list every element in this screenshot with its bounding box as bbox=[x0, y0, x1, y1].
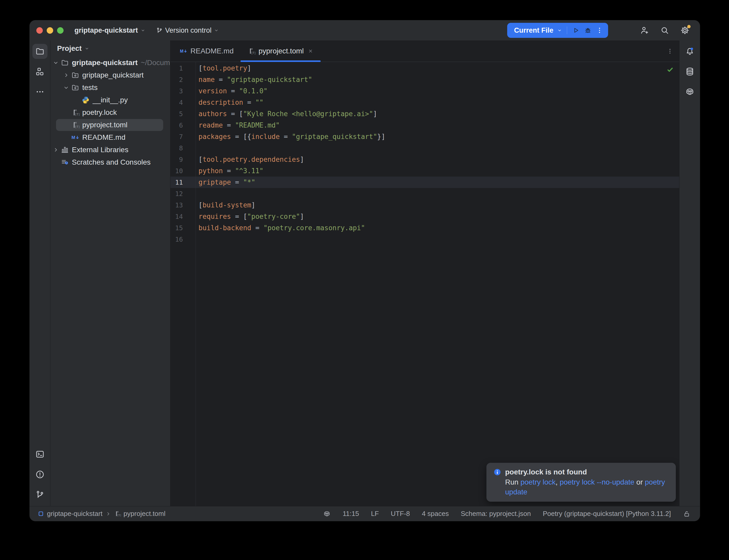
markdown-icon: M bbox=[179, 47, 187, 55]
project-switcher[interactable]: griptape-quickstart bbox=[74, 26, 145, 34]
interpreter[interactable]: Poetry (griptape-quickstart) [Python 3.1… bbox=[543, 510, 671, 518]
tree-item-readme-md[interactable]: M README.md bbox=[50, 131, 170, 144]
tree-item-scratches-and-consoles[interactable]: Scratches and Consoles bbox=[50, 156, 170, 169]
code-line-3[interactable]: 3 version = "0.1.0" bbox=[170, 85, 679, 97]
chevron-down-icon[interactable] bbox=[52, 59, 60, 66]
ai-assistant-button[interactable] bbox=[682, 84, 697, 99]
editor[interactable]: 1 [tool.poetry] 2 name = "griptape-quick… bbox=[170, 62, 679, 506]
chevron-right-icon[interactable] bbox=[62, 72, 70, 79]
run-button[interactable] bbox=[572, 26, 580, 34]
notification-link-poetry-lock-no-update[interactable]: poetry lock --no-update bbox=[560, 478, 634, 486]
settings-button[interactable] bbox=[679, 25, 691, 36]
file-encoding[interactable]: UTF-8 bbox=[391, 510, 410, 518]
close-tab-button[interactable] bbox=[307, 48, 314, 54]
code-line-10[interactable]: 10 python = "^3.11" bbox=[170, 165, 679, 177]
code-line-5[interactable]: 5 authors = ["Kyle Roche <hello@griptape… bbox=[170, 108, 679, 120]
notifications-button[interactable] bbox=[682, 44, 697, 59]
structure-tool-button[interactable] bbox=[32, 64, 47, 79]
search-icon bbox=[660, 25, 670, 35]
code-token: = bbox=[231, 133, 243, 141]
folder-src-icon bbox=[70, 83, 80, 92]
chevron-right-icon bbox=[105, 511, 111, 517]
code-line-15[interactable]: 15 build-backend = "poetry.core.masonry.… bbox=[170, 222, 679, 234]
problems-icon bbox=[35, 470, 45, 479]
code-line-8[interactable]: 8 bbox=[170, 142, 679, 154]
zoom-button[interactable] bbox=[57, 27, 64, 34]
code-line-9[interactable]: 9 [tool.poetry.dependencies] bbox=[170, 154, 679, 165]
caret-position[interactable]: 11:15 bbox=[343, 510, 359, 518]
code-token: python bbox=[198, 167, 223, 175]
tab-pyproject-toml[interactable]: [T] pyproject.toml bbox=[240, 40, 320, 62]
vcs-label: Version control bbox=[165, 26, 212, 34]
tree-item-tests[interactable]: tests bbox=[50, 81, 170, 94]
more-run-options-button[interactable] bbox=[596, 26, 603, 34]
tab-options-button[interactable] bbox=[667, 40, 679, 62]
run-widget[interactable]: Current File bbox=[507, 23, 608, 38]
breadcrumb-label: pyproject.toml bbox=[123, 510, 165, 518]
line-number-1: 1 bbox=[170, 65, 196, 72]
tree-item-griptape-quickstart[interactable]: griptape_quickstart bbox=[50, 69, 170, 81]
tree-item-pyproject-toml[interactable]: [T] pyproject.toml bbox=[50, 119, 170, 131]
tree-item-init-py[interactable]: __init__.py bbox=[50, 94, 170, 106]
code-token: "Kyle Roche <hello@griptape.ai>" bbox=[243, 110, 373, 118]
code-line-12[interactable]: 12 bbox=[170, 188, 679, 199]
run-config-label: Current File bbox=[514, 26, 553, 34]
minimize-button[interactable] bbox=[47, 27, 53, 34]
code-token: = bbox=[280, 133, 292, 141]
tree-item-label: README.md bbox=[82, 133, 125, 142]
indent-style[interactable]: 4 spaces bbox=[422, 510, 449, 518]
vcs-widget[interactable]: Version control bbox=[156, 26, 219, 34]
version-control-tool-button[interactable] bbox=[32, 487, 47, 502]
tab-readme-md[interactable]: M README.md bbox=[172, 40, 240, 62]
breadcrumb-file[interactable]: [T] pyproject.toml bbox=[114, 510, 165, 518]
problems-tool-button[interactable] bbox=[32, 467, 47, 482]
chevron-down-icon bbox=[84, 46, 89, 51]
code-line-11[interactable]: 11 griptape = "*" bbox=[170, 177, 679, 188]
tree-item-path: ~/Docume bbox=[141, 59, 170, 67]
readonly-toggle[interactable] bbox=[683, 510, 691, 518]
tree-item-griptape-quickstart[interactable]: griptape-quickstart~/Docume bbox=[50, 57, 170, 69]
left-strip-top bbox=[32, 40, 47, 99]
status-bar: griptape-quickstart [T] pyproject.toml 1… bbox=[30, 506, 700, 521]
code-line-4[interactable]: 4 description = "" bbox=[170, 97, 679, 108]
more-tool-windows-button[interactable] bbox=[32, 84, 47, 99]
code-line-6[interactable]: 6 readme = "README.md" bbox=[170, 120, 679, 131]
code-token: "0.1.0" bbox=[239, 87, 268, 95]
toml-icon: [T] bbox=[247, 47, 255, 55]
inspection-ok-check[interactable] bbox=[666, 66, 674, 75]
tree-item-poetry-lock[interactable]: [T] poetry.lock bbox=[50, 106, 170, 119]
project-tool-button[interactable] bbox=[32, 44, 47, 59]
line-ending[interactable]: LF bbox=[371, 510, 379, 518]
terminal-tool-button[interactable] bbox=[32, 447, 47, 462]
code-token: build-system bbox=[203, 201, 251, 209]
debug-button[interactable] bbox=[584, 26, 592, 34]
chevron-right-icon[interactable] bbox=[52, 146, 60, 153]
add-user-button[interactable] bbox=[639, 25, 650, 36]
schema[interactable]: Schema: pyproject.json bbox=[461, 510, 531, 518]
database-icon bbox=[685, 67, 695, 76]
tree-item-label: External Libraries bbox=[72, 146, 128, 154]
code-line-7[interactable]: 7 packages = [{include = "griptape_quick… bbox=[170, 131, 679, 142]
breadcrumb-label: griptape-quickstart bbox=[47, 510, 102, 518]
line-number-5: 5 bbox=[170, 110, 196, 118]
database-tool-button[interactable] bbox=[682, 64, 697, 79]
code-token: ] bbox=[251, 201, 255, 209]
code-line-14[interactable]: 14 requires = ["poetry-core"] bbox=[170, 211, 679, 222]
search-everywhere-button[interactable] bbox=[659, 25, 670, 36]
project-panel-header[interactable]: Project bbox=[50, 40, 170, 57]
code-line-2[interactable]: 2 name = "griptape-quickstart" bbox=[170, 74, 679, 85]
code-line-13[interactable]: 13 [build-system] bbox=[170, 199, 679, 211]
tree-item-external-libraries[interactable]: External Libraries bbox=[50, 144, 170, 156]
breadcrumb-project[interactable]: griptape-quickstart bbox=[37, 510, 102, 518]
copilot-status[interactable] bbox=[323, 510, 331, 518]
code-line-1[interactable]: 1 [tool.poetry] bbox=[170, 62, 679, 74]
status-widgets: 11:15LFUTF-84 spacesSchema: pyproject.js… bbox=[323, 510, 691, 518]
line-number-10: 10 bbox=[170, 167, 196, 175]
close-button[interactable] bbox=[36, 27, 43, 34]
line-number-2: 2 bbox=[170, 76, 196, 83]
notification-link-poetry-lock[interactable]: poetry lock bbox=[521, 478, 556, 486]
chevron-down-icon[interactable] bbox=[62, 84, 70, 91]
line-number-12: 12 bbox=[170, 190, 196, 198]
notification-popup: poetry.lock is not found Run poetry lock… bbox=[487, 463, 676, 502]
code-line-16[interactable]: 16 bbox=[170, 234, 679, 245]
